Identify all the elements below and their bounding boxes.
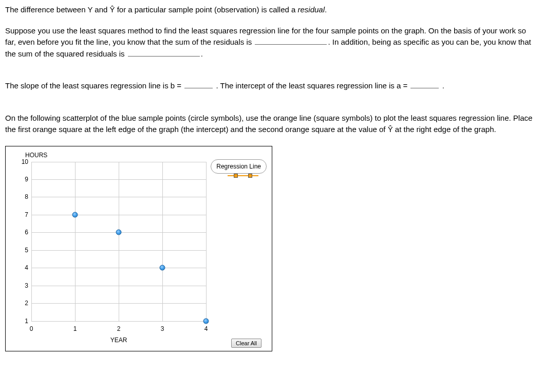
q2-text-b: . The intercept of the least squares reg… (214, 81, 409, 90)
q2-text-c: . (440, 81, 444, 90)
ytick: 9 (25, 175, 28, 184)
ytick: 4 (25, 263, 28, 272)
blank-sum-residuals[interactable] (255, 37, 327, 45)
question-paragraph-1: Suppose you use the least squares method… (5, 25, 537, 60)
ytick: 2 (25, 298, 28, 308)
regression-line-tool[interactable]: Regression Line (211, 159, 267, 174)
ytick: 3 (25, 281, 28, 290)
intro-text-a: The difference between Y and Ŷ for a par… (5, 5, 298, 14)
intro-paragraph: The difference between Y and Ŷ for a par… (5, 4, 537, 16)
q1-text-c: . (201, 49, 203, 58)
xtick: 4 (204, 324, 208, 333)
sample-point (160, 265, 165, 271)
x-axis-label: YEAR (31, 335, 206, 345)
xtick: 1 (73, 324, 77, 333)
sample-point (72, 212, 78, 217)
instructions-paragraph: On the following scatterplot of the blue… (5, 113, 537, 136)
blank-sum-squared-residuals[interactable] (128, 49, 200, 57)
question-paragraph-2: The slope of the least squares regressio… (5, 80, 537, 92)
plot-region[interactable]: 10 9 8 7 6 5 4 3 2 1 0 1 2 3 4 YEAR (31, 162, 206, 321)
xtick: 2 (117, 324, 121, 333)
sample-point (203, 318, 209, 324)
clear-all-label: Clear All (236, 340, 257, 346)
intro-term: residual (298, 5, 325, 14)
ytick: 1 (25, 316, 28, 326)
ytick: 6 (25, 228, 28, 237)
ytick: 5 (25, 246, 28, 255)
ytick: 10 (22, 157, 28, 166)
q2-text-a: The slope of the least squares regressio… (5, 81, 183, 90)
blank-intercept-a[interactable] (410, 81, 439, 88)
blank-slope-b[interactable] (184, 81, 213, 88)
sample-point (116, 230, 122, 235)
chart-container: HOURS 10 9 8 7 6 5 4 (5, 146, 537, 351)
scatterplot[interactable]: HOURS 10 9 8 7 6 5 4 (5, 146, 272, 351)
intro-text-c: . (325, 5, 327, 14)
ytick: 7 (25, 210, 28, 219)
regression-line-icon[interactable] (228, 173, 258, 178)
legend-label: Regression Line (216, 163, 261, 170)
y-axis-label: HOURS (25, 151, 47, 160)
ytick: 8 (25, 192, 28, 201)
clear-all-button[interactable]: Clear All (231, 339, 261, 348)
xtick: 3 (161, 324, 164, 333)
xtick: 0 (30, 324, 33, 333)
